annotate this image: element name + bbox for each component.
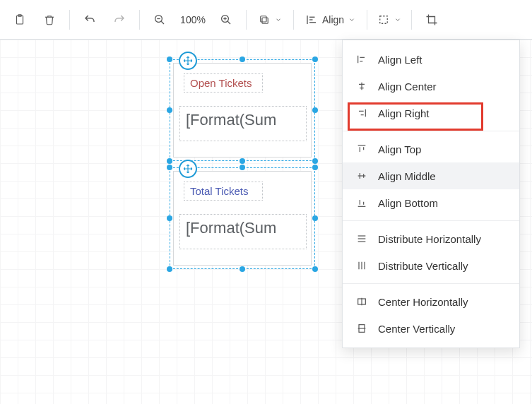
align-top-icon: [355, 143, 368, 155]
zoom-out-button[interactable]: [146, 6, 174, 34]
undo-button[interactable]: [76, 6, 104, 34]
paste-button[interactable]: [6, 6, 34, 34]
selection-handle[interactable]: [240, 57, 245, 62]
selection-handle[interactable]: [167, 57, 172, 62]
selection-handle[interactable]: [240, 158, 245, 164]
menu-label: Align Middle: [378, 170, 436, 182]
separator: [411, 10, 412, 30]
menu-label: Align Left: [378, 54, 422, 66]
svg-rect-6: [380, 16, 388, 23]
selection-handle[interactable]: [312, 57, 318, 62]
svg-rect-0: [17, 16, 23, 24]
selection-handle[interactable]: [167, 107, 172, 113]
delete-button[interactable]: [35, 6, 64, 34]
card-total-tickets[interactable]: Total Tickets [Format(Sum: [173, 171, 312, 266]
align-dropdown[interactable]: Align: [300, 6, 361, 34]
distribute-v-icon: [355, 259, 368, 272]
chevron-down-icon: [394, 16, 401, 23]
menu-label: Center Horizontally: [378, 296, 468, 308]
card-open-tickets[interactable]: Open Tickets [Format(Sum: [173, 63, 312, 158]
center-v-icon: [355, 322, 368, 335]
menu-align-top[interactable]: Align Top: [343, 136, 519, 162]
move-handle-icon[interactable]: [179, 52, 197, 70]
menu-label: Align Center: [378, 81, 437, 93]
menu-label: Align Bottom: [378, 197, 438, 209]
card-value[interactable]: [Format(Sum: [179, 106, 307, 141]
menu-separator: [343, 131, 519, 131]
separator: [293, 10, 294, 30]
menu-distribute-horizontally[interactable]: Distribute Horizontally: [343, 225, 519, 252]
selection-handle[interactable]: [167, 158, 172, 164]
selection-handle[interactable]: [312, 266, 318, 272]
selection-handle[interactable]: [240, 266, 245, 272]
selection-mode-dropdown[interactable]: [373, 6, 406, 34]
zoom-in-button[interactable]: [212, 6, 240, 34]
menu-separator: [343, 283, 519, 284]
menu-align-middle[interactable]: Align Middle: [343, 162, 519, 189]
selection-handle[interactable]: [312, 215, 318, 221]
selection-handle[interactable]: [312, 158, 318, 164]
menu-separator: [343, 220, 519, 221]
align-right-icon: [355, 107, 368, 119]
menu-align-bottom[interactable]: Align Bottom: [343, 189, 519, 216]
svg-rect-4: [262, 18, 268, 23]
separator: [246, 10, 247, 30]
align-menu: Align Left Align Center Align Right Alig…: [342, 40, 520, 348]
align-bottom-icon: [355, 196, 368, 209]
menu-center-horizontally[interactable]: Center Horizontally: [343, 288, 519, 315]
card-title[interactable]: Open Tickets: [184, 73, 263, 93]
selection-handle[interactable]: [167, 165, 172, 170]
selection-handle[interactable]: [167, 266, 172, 272]
move-handle-icon[interactable]: [179, 160, 197, 178]
svg-rect-5: [261, 16, 266, 21]
menu-center-vertically[interactable]: Center Vertically: [343, 315, 519, 342]
menu-label: Center Vertically: [378, 323, 455, 335]
selection-handle[interactable]: [312, 165, 318, 170]
selection-handle[interactable]: [167, 215, 172, 221]
menu-distribute-vertically[interactable]: Distribute Vertically: [343, 252, 519, 279]
menu-label: Align Right: [378, 107, 430, 119]
menu-label: Distribute Vertically: [378, 260, 468, 272]
align-left-icon: [355, 53, 368, 66]
crop-button[interactable]: [418, 6, 446, 34]
align-center-icon: [355, 80, 368, 93]
card-title[interactable]: Total Tickets: [184, 182, 263, 201]
menu-align-right[interactable]: Align Right: [343, 100, 519, 126]
selection-handle[interactable]: [312, 107, 318, 113]
card-value[interactable]: [Format(Sum: [179, 214, 307, 249]
separator: [139, 10, 140, 30]
zoom-value[interactable]: 100%: [175, 14, 211, 25]
menu-label: Distribute Horizontally: [378, 233, 481, 245]
menu-label: Align Top: [378, 143, 421, 155]
selection-handle[interactable]: [240, 165, 245, 170]
separator: [69, 10, 70, 30]
align-label: Align: [322, 14, 344, 25]
menu-align-left[interactable]: Align Left: [343, 46, 519, 73]
menu-align-center[interactable]: Align Center: [343, 73, 519, 100]
align-middle-icon: [355, 170, 368, 182]
distribute-h-icon: [355, 232, 368, 245]
redo-button[interactable]: [105, 6, 134, 34]
separator: [367, 10, 367, 30]
chevron-down-icon: [275, 16, 282, 23]
center-h-icon: [355, 295, 368, 308]
chevron-down-icon: [348, 16, 355, 23]
toolbar: 100% Align: [0, 0, 532, 40]
copy-dropdown[interactable]: [252, 6, 288, 34]
